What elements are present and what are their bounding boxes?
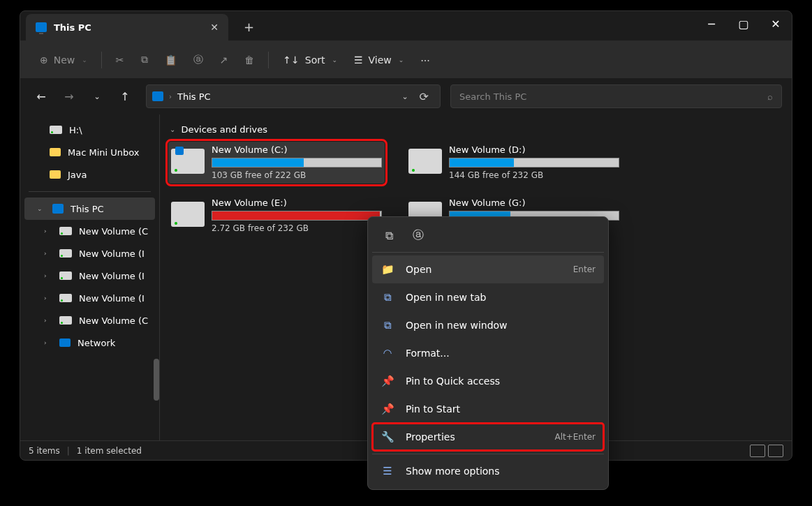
title-bar: This PC ✕ + ─ ▢ ✕ — [20, 11, 792, 40]
new-tab-button[interactable]: + — [244, 20, 254, 34]
details-view-button[interactable] — [750, 445, 765, 457]
icons-view-button[interactable] — [768, 445, 783, 457]
sidebar-item-this-pc[interactable]: ⌄ This PC — [24, 198, 155, 220]
sidebar-quick-item[interactable]: H:\ — [20, 119, 159, 141]
sidebar-volume-item[interactable]: ›New Volume (C — [20, 309, 159, 332]
breadcrumb-location[interactable]: This PC — [177, 91, 211, 102]
context-menu-item[interactable]: 📌Pin to Start — [372, 395, 604, 423]
sidebar-scrollbar[interactable] — [154, 359, 159, 401]
more-button[interactable]: ⋯ — [413, 47, 437, 73]
context-shortcut: Enter — [573, 265, 596, 274]
drive-name: New Volume (E:) — [212, 198, 382, 208]
this-pc-icon — [36, 22, 47, 32]
sidebar-volume-item[interactable]: ›New Volume (C — [20, 220, 159, 242]
navigation-row: ← → ⌄ ↑ › This PC ⌄ ⟳ Search This PC ⌕ — [20, 78, 792, 114]
status-count: 5 items — [29, 446, 60, 456]
drive-usage-bar — [449, 158, 619, 168]
drive-item[interactable]: New Volume (E:)2.72 GB free of 232 GB — [168, 195, 385, 237]
context-item-label: Open in new window — [406, 320, 508, 331]
context-item-label: Open in new tab — [406, 292, 486, 303]
paste-button[interactable]: 📋 — [158, 47, 184, 73]
view-button[interactable]: ☰ View⌄ — [347, 47, 411, 73]
search-input[interactable]: Search This PC ⌕ — [450, 84, 782, 108]
drive-free-text: 103 GB free of 222 GB — [212, 170, 382, 180]
share-button[interactable]: ↗ — [213, 47, 235, 73]
status-selected: 1 item selected — [77, 446, 142, 456]
close-window-button[interactable]: ✕ — [760, 11, 792, 36]
more-icon: ☰ — [381, 465, 394, 477]
context-menu: ⧉ ⓐ 📁OpenEnter⧉Open in new tab⧉Open in n… — [367, 216, 609, 490]
sidebar-volume-item[interactable]: ›New Volume (I — [20, 265, 159, 287]
context-menu-item[interactable]: ◠Format... — [372, 339, 604, 367]
rename-button[interactable]: ⓐ — [186, 47, 210, 73]
sidebar-quick-item[interactable]: Java — [20, 163, 159, 186]
forward-button[interactable]: → — [58, 85, 80, 107]
context-menu-item[interactable]: 📁OpenEnter — [372, 255, 604, 283]
wrench-icon: 🔧 — [381, 431, 394, 443]
drive-usage-bar — [212, 158, 382, 168]
group-header[interactable]: ⌄ Devices and drives — [170, 124, 783, 135]
ctx-rename-icon[interactable]: ⓐ — [410, 227, 427, 244]
context-menu-item[interactable]: ⧉Open in new window — [372, 311, 604, 339]
drive-free-text: 144 GB free of 232 GB — [449, 170, 619, 180]
context-item-label: Format... — [406, 348, 450, 359]
drive-name: New Volume (G:) — [449, 198, 619, 208]
sidebar-volume-item[interactable]: ›New Volume (I — [20, 287, 159, 309]
command-bar: ⊕ New⌄ ✂ ⧉ 📋 ⓐ ↗ 🗑 ↑↓ Sort⌄ ☰ View⌄ ⋯ — [20, 40, 792, 78]
refresh-button[interactable]: ⟳ — [420, 90, 429, 103]
pin-icon: 📌 — [381, 403, 394, 415]
ctx-copy-icon[interactable]: ⧉ — [381, 227, 397, 244]
newwin-icon: ⧉ — [381, 319, 394, 332]
location-icon — [152, 91, 163, 101]
address-chevron-icon[interactable]: ⌄ — [401, 92, 408, 101]
cut-button[interactable]: ✂ — [109, 47, 131, 73]
drive-icon — [171, 149, 205, 174]
pin-icon: 📌 — [381, 375, 394, 387]
tab-title: This PC — [54, 22, 203, 33]
context-menu-item[interactable]: ⧉Open in new tab — [372, 283, 604, 311]
delete-button[interactable]: 🗑 — [237, 47, 261, 73]
copy-button[interactable]: ⧉ — [134, 47, 155, 73]
drive-name: New Volume (D:) — [449, 144, 619, 155]
back-button[interactable]: ← — [30, 85, 52, 107]
search-placeholder: Search This PC — [459, 91, 526, 102]
drive-free-text: 2.72 GB free of 232 GB — [212, 223, 382, 233]
search-icon: ⌕ — [767, 91, 773, 102]
context-item-label: Open — [406, 264, 431, 275]
new-button[interactable]: ⊕ New⌄ — [33, 47, 94, 73]
context-item-label: Show more options — [406, 466, 500, 477]
context-item-label: Pin to Quick access — [406, 375, 500, 387]
context-menu-item[interactable]: 📌Pin to Quick access — [372, 367, 604, 395]
up-button[interactable]: ↑ — [114, 85, 136, 107]
context-item-label: Properties — [406, 431, 455, 442]
folder-icon: 📁 — [381, 263, 394, 276]
format-icon: ◠ — [381, 347, 394, 359]
close-tab-icon[interactable]: ✕ — [210, 22, 219, 33]
drive-item[interactable]: New Volume (C:)103 GB free of 222 GB — [168, 142, 385, 184]
drive-icon — [408, 149, 442, 174]
tab-this-pc[interactable]: This PC ✕ — [26, 14, 228, 40]
context-menu-item[interactable]: ☰Show more options — [372, 457, 604, 485]
context-shortcut: Alt+Enter — [554, 432, 596, 442]
address-bar[interactable]: › This PC ⌄ ⟳ — [146, 84, 441, 108]
drive-icon — [171, 202, 205, 227]
recent-button[interactable]: ⌄ — [86, 85, 108, 107]
drive-item[interactable]: New Volume (D:)144 GB free of 232 GB — [406, 142, 622, 184]
sidebar-item-network[interactable]: ›Network — [20, 332, 159, 354]
newtab-icon: ⧉ — [381, 291, 394, 304]
context-menu-item[interactable]: 🔧PropertiesAlt+Enter — [372, 423, 604, 451]
sidebar-quick-item[interactable]: Mac Mini Unbox — [20, 141, 159, 163]
drive-usage-bar — [212, 211, 382, 221]
minimize-button[interactable]: ─ — [695, 11, 728, 36]
drive-name: New Volume (C:) — [212, 144, 382, 155]
sort-button[interactable]: ↑↓ Sort⌄ — [276, 47, 344, 73]
navigation-pane: H:\Mac Mini UnboxJava ⌄ This PC ›New Vol… — [20, 114, 160, 440]
context-item-label: Pin to Start — [406, 403, 460, 415]
maximize-button[interactable]: ▢ — [728, 11, 760, 36]
sidebar-volume-item[interactable]: ›New Volume (I — [20, 242, 159, 265]
